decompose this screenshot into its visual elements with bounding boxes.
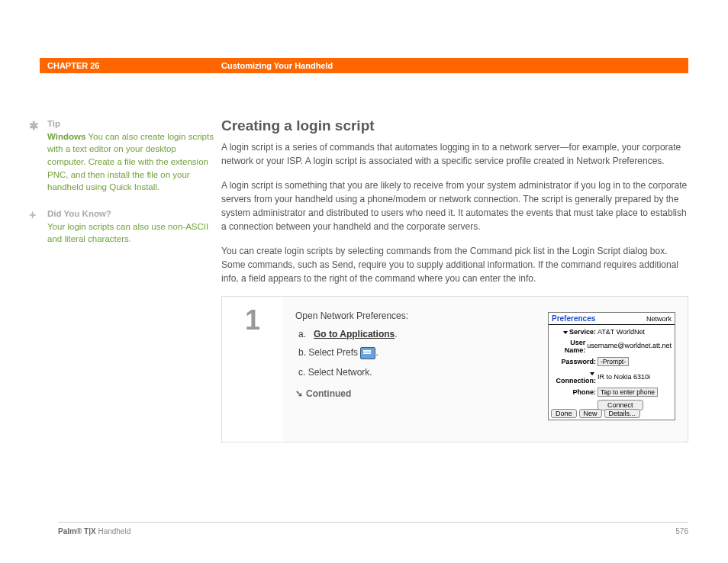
continued-label: ➘Continued — [295, 388, 543, 399]
tip-lead: Windows — [47, 132, 85, 141]
dropdown-icon — [563, 331, 568, 334]
step-intro: Open Network Preferences: — [295, 310, 543, 321]
dropdown-icon — [590, 372, 594, 375]
chapter-label: CHAPTER 26 — [47, 61, 221, 70]
dyk-head: Did You Know? — [47, 209, 111, 218]
dyk-text: Your login scripts can also use non-ASCI… — [47, 220, 217, 246]
asterisk-icon: ✱ — [29, 117, 39, 134]
ss-connection: IR to Nokia 6310i — [598, 373, 672, 381]
ss-new-button: New — [579, 409, 602, 418]
page-footer: Palm® T|X Handheld 576 — [58, 522, 688, 536]
go-to-applications-link[interactable]: Go to Applications — [314, 329, 395, 339]
ss-corner: Network — [646, 315, 672, 323]
page-number: 576 — [675, 527, 688, 536]
product-name: Palm® T|X Handheld — [58, 527, 130, 536]
tip-block: ✱ Tip Windows You can also create login … — [40, 117, 217, 194]
prefs-icon — [360, 347, 375, 359]
tip-head: Tip — [47, 119, 60, 128]
preferences-screenshot: Preferences Network Service: AT&T WorldN… — [548, 312, 675, 420]
main-content: Creating a login script A login script i… — [217, 117, 688, 442]
step-instructions: Open Network Preferences: a. Go to Appli… — [295, 310, 543, 434]
ss-username: username@worldnet.att.net — [587, 343, 672, 350]
section-title: Creating a login script — [221, 117, 688, 134]
ss-phone: Tap to enter phone — [598, 388, 658, 397]
chapter-title: Customizing Your Handheld — [221, 61, 688, 70]
plus-icon: + — [29, 206, 36, 224]
paragraph-2: A login script is something that you are… — [221, 179, 688, 233]
step-number-column: 1 — [222, 297, 283, 442]
step-a: a. Go to Applications. — [298, 329, 543, 339]
tip-text: Windows You can also create login script… — [47, 130, 217, 194]
step-b: b. Select Prefs . — [298, 347, 543, 359]
step-c: c. Select Network. — [298, 367, 543, 378]
paragraph-1: A login script is a series of commands t… — [221, 140, 688, 168]
ss-done-button: Done — [551, 409, 577, 418]
chapter-header: CHAPTER 26 Customizing Your Handheld — [40, 58, 688, 73]
ss-title: Preferences — [552, 314, 595, 323]
paragraph-3: You can create login scripts by selectin… — [221, 244, 688, 285]
ss-details-button: Details... — [604, 409, 640, 418]
step-1-box: 1 Open Network Preferences: a. Go to App… — [221, 296, 688, 442]
ss-password: -Prompt- — [598, 357, 629, 366]
continued-arrow-icon: ➘ — [295, 388, 303, 399]
dyk-block: + Did You Know? Your login scripts can a… — [40, 208, 217, 246]
ss-service: AT&T WorldNet — [598, 328, 672, 336]
sidebar: ✱ Tip Windows You can also create login … — [40, 117, 217, 442]
step-number: 1 — [245, 304, 260, 336]
